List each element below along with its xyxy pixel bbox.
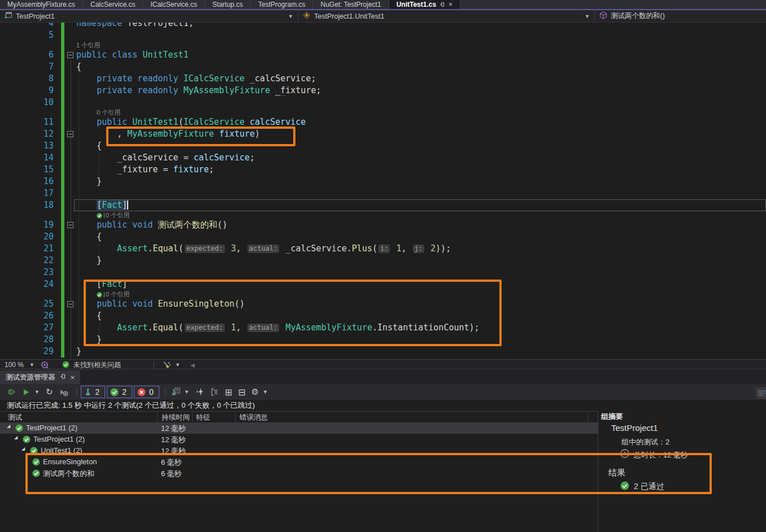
group-by-button[interactable]	[208, 386, 221, 398]
line-number: 11	[0, 116, 54, 128]
settings-gear-icon[interactable]: ⚙	[250, 386, 260, 398]
code-editor[interactable]: 4namespace TestProject1;51 个引用6−public c…	[0, 23, 766, 359]
codelens-row[interactable]: 1 个引用	[0, 41, 766, 49]
code-line-17[interactable]: 17	[0, 187, 766, 199]
chevron-down-icon[interactable]: ▼	[175, 360, 180, 369]
test-row[interactable]: EnsureSingleton6 毫秒	[0, 456, 598, 468]
code-line-4[interactable]: 4namespace TestProject1;	[0, 23, 766, 29]
code-line-10[interactable]: 10	[0, 97, 766, 108]
filter-failed-toggle[interactable]: 0	[134, 386, 159, 398]
codelens-row[interactable]: |0 个引用	[0, 211, 766, 219]
code-line-11[interactable]: 11 public UnitTest1(ICalcService calcSer…	[0, 116, 766, 128]
expand-all-icon[interactable]: ⊞	[223, 386, 234, 398]
run-tests-button[interactable]	[20, 386, 32, 398]
check-circle-icon	[110, 388, 119, 396]
column-divider[interactable]	[235, 413, 236, 422]
code-line-7[interactable]: 7{	[0, 61, 766, 73]
col-traits[interactable]: 特征	[196, 413, 210, 422]
code-line-8[interactable]: 8 private readonly ICalcService _calcSer…	[0, 73, 766, 85]
column-divider[interactable]	[157, 413, 158, 422]
codelens-row[interactable]: |0 个引用	[0, 290, 766, 298]
code-line-18[interactable]: 18 [Fact]	[0, 199, 766, 211]
chevron-down-icon[interactable]: ▼	[29, 360, 34, 369]
file-tab[interactable]: CalcService.cs	[83, 0, 143, 9]
code-line-29[interactable]: 29}	[0, 346, 766, 357]
code-line-24[interactable]: 24 [Fact]	[0, 278, 766, 290]
code-line-28[interactable]: 28 }	[0, 334, 766, 346]
test-row[interactable]: ◢TestProject1 (2)12 毫秒	[0, 434, 598, 445]
codelens-row[interactable]: 0 个引用	[0, 108, 766, 116]
zoom-level-dropdown[interactable]: 100 %	[5, 360, 24, 369]
col-error[interactable]: 错误消息	[240, 413, 268, 422]
repeat-last-run-button[interactable]: ↻	[44, 386, 55, 398]
expander-icon[interactable]: ◢	[7, 424, 10, 429]
collapse-all-icon[interactable]: ⊟	[236, 386, 247, 398]
code-line-19[interactable]: 19− public void 测试两个数的和()	[0, 219, 766, 231]
code-line-25[interactable]: 25− public void EnsureSingleton()	[0, 298, 766, 310]
line-number: 23	[0, 267, 54, 278]
code-line-6[interactable]: 6−public class UnitTest1	[0, 49, 766, 61]
file-tab[interactable]: TestProgram.cs	[251, 0, 313, 9]
cancel-run-button[interactable]	[57, 386, 70, 398]
code-line-13[interactable]: 13 {	[0, 140, 766, 152]
code-text: public void 测试两个数的和()	[76, 220, 228, 230]
line-number: 14	[0, 152, 54, 164]
code-line-21[interactable]: 21 Assert.Equal(expected: 3, actual: _ca…	[0, 243, 766, 255]
expander-icon[interactable]: ◢	[14, 435, 18, 440]
code-text: private readonly MyAssemblyFixture _fixt…	[76, 85, 321, 95]
test-duration: 12 毫秒	[161, 446, 186, 456]
code-line-26[interactable]: 26 {	[0, 310, 766, 322]
run-after-build-button[interactable]	[194, 386, 206, 398]
column-divider[interactable]	[192, 413, 193, 422]
run-all-tests-button[interactable]	[6, 386, 18, 398]
code-text: public void EnsureSingleton()	[76, 299, 245, 309]
file-tab[interactable]: UnitTest1.cs×	[389, 0, 460, 9]
chevron-down-icon[interactable]: ▼	[184, 389, 189, 395]
col-duration[interactable]: 持续时间	[162, 413, 190, 422]
passed-count: 2	[122, 387, 127, 396]
tab-test-explorer[interactable]: 测试资源管理器 ×	[0, 370, 80, 384]
filter-passed-toggle[interactable]: 2	[107, 386, 132, 398]
close-icon[interactable]: ×	[449, 1, 452, 8]
nav-type-dropdown[interactable]: TestProject1.UnitTest1 ▼	[298, 10, 595, 22]
close-icon[interactable]: ×	[71, 373, 75, 382]
nav-member-dropdown[interactable]: 测试两个数的和()	[595, 10, 766, 22]
playlist-button[interactable]	[169, 386, 182, 398]
file-tab[interactable]: Startup.cs	[205, 0, 251, 9]
test-row[interactable]: ◢UnitTest1 (2)12 毫秒	[0, 445, 598, 456]
fold-margin	[54, 176, 76, 187]
code-line-5[interactable]: 5	[0, 29, 766, 41]
chevron-down-icon[interactable]: ▼	[263, 389, 268, 395]
file-tab[interactable]: NuGet: TestProject1	[313, 0, 389, 9]
code-line-15[interactable]: 15 _fixture = fixture;	[0, 164, 766, 176]
pin-icon[interactable]	[60, 373, 66, 381]
code-line-9[interactable]: 9 private readonly MyAssemblyFixture _fi…	[0, 85, 766, 97]
file-tab[interactable]: ICalcService.cs	[143, 0, 205, 9]
column-divider[interactable]	[587, 413, 588, 422]
test-list-header[interactable]: 测试 持续时间 特征 错误消息	[0, 411, 598, 422]
text-caret	[127, 200, 128, 210]
code-line-14[interactable]: 14 _calcService = calcService;	[0, 152, 766, 164]
col-test[interactable]: 测试	[8, 413, 22, 422]
scroll-left-icon[interactable]: ◀	[190, 361, 195, 370]
collapse-region-icon[interactable]: −	[67, 222, 73, 228]
test-row[interactable]: 测试两个数的和6 毫秒	[0, 468, 598, 479]
test-row[interactable]: ◢TestProject1 (2)12 毫秒	[0, 422, 598, 434]
fold-margin: −	[54, 49, 76, 61]
filter-total-toggle[interactable]: 2	[81, 386, 106, 398]
expander-icon[interactable]: ◢	[21, 446, 25, 451]
collapse-region-icon[interactable]: −	[67, 301, 73, 307]
code-line-23[interactable]: 23	[0, 267, 766, 278]
code-line-27[interactable]: 27 Assert.Equal(expected: 1, actual: MyA…	[0, 322, 766, 334]
chevron-down-icon[interactable]: ▼	[34, 389, 40, 395]
test-duration: 12 毫秒	[161, 424, 186, 434]
code-line-20[interactable]: 20 {	[0, 231, 766, 243]
collapse-region-icon[interactable]: −	[67, 52, 73, 58]
code-line-22[interactable]: 22 }	[0, 255, 766, 267]
code-line-12[interactable]: 12− , MyAssemblyFixture fixture)	[0, 128, 766, 140]
nav-project-dropdown[interactable]: TestProject1 ▼	[0, 10, 298, 22]
code-line-16[interactable]: 16 }	[0, 176, 766, 187]
pin-icon[interactable]	[439, 2, 445, 7]
collapse-region-icon[interactable]: −	[67, 131, 73, 137]
file-tab[interactable]: MyAssemblyFixture.cs	[0, 0, 83, 9]
